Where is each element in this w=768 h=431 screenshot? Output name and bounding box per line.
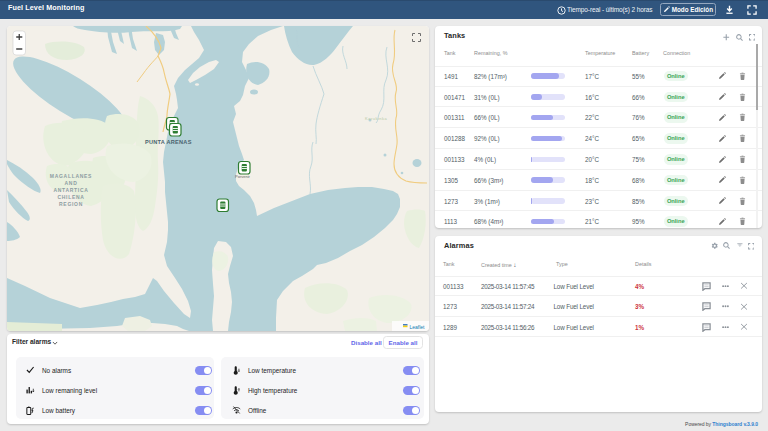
svg-text:Leaflet: Leaflet xyxy=(410,324,426,330)
svg-text:CHILENA: CHILENA xyxy=(57,194,84,200)
svg-text:MAGALLANES: MAGALLANES xyxy=(50,173,92,179)
svg-text:ANTARTICA: ANTARTICA xyxy=(53,187,88,193)
svg-text:PUNTA ARENAS: PUNTA ARENAS xyxy=(145,139,192,145)
svg-text:REGION: REGION xyxy=(59,201,83,207)
svg-text:Karukinka: Karukinka xyxy=(365,116,388,121)
svg-text:AND: AND xyxy=(65,180,78,186)
svg-text:Porvenir: Porvenir xyxy=(235,174,251,179)
